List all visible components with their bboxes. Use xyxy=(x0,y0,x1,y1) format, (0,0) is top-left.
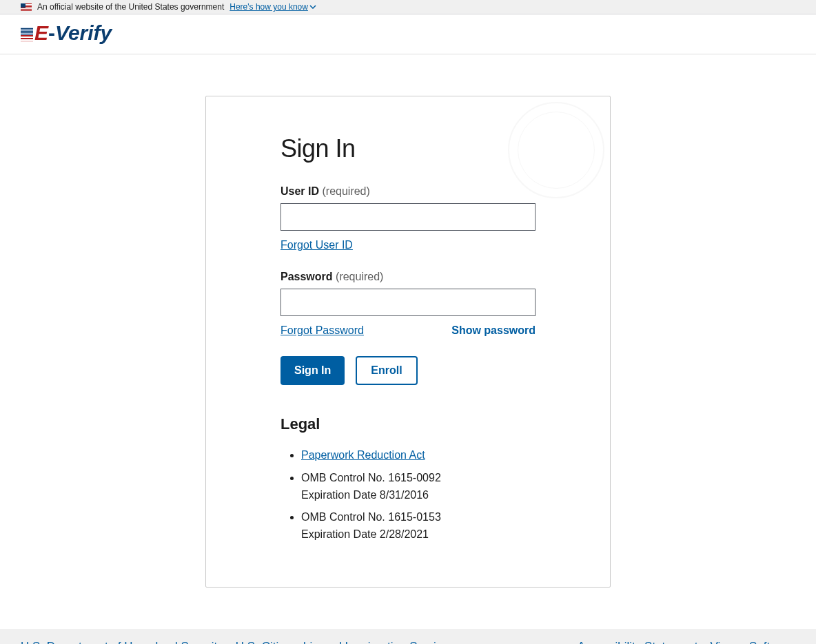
paperwork-reduction-link[interactable]: Paperwork Reduction Act xyxy=(301,449,425,461)
logo-verify: Verify xyxy=(55,23,112,43)
userid-input[interactable] xyxy=(280,203,536,231)
gov-banner-text: An official website of the United States… xyxy=(37,2,224,12)
svg-rect-13 xyxy=(21,33,33,34)
svg-rect-18 xyxy=(21,39,33,41)
list-item: Paperwork Reduction Act xyxy=(301,447,536,464)
accessibility-link[interactable]: Accessibility Statement xyxy=(578,640,698,644)
svg-rect-16 xyxy=(21,37,33,38)
everify-logo[interactable]: E-Verify xyxy=(21,23,112,43)
password-label: Password xyxy=(280,271,333,282)
svg-rect-19 xyxy=(21,41,33,42)
legal-list: Paperwork Reduction Act OMB Control No. … xyxy=(280,447,536,543)
dhs-link[interactable]: U.S. Department of Homeland Security xyxy=(21,640,223,644)
page-title: Sign In xyxy=(280,134,536,163)
logo-flag-icon xyxy=(21,25,33,41)
svg-rect-4 xyxy=(21,8,32,9)
list-item: OMB Control No. 1615-0092 Expiration Dat… xyxy=(301,470,536,504)
svg-rect-11 xyxy=(21,30,33,31)
logo-e: E xyxy=(34,23,48,43)
us-flag-icon xyxy=(21,3,32,11)
button-row: Sign In Enroll xyxy=(280,356,536,385)
svg-rect-6 xyxy=(21,3,26,8)
svg-rect-14 xyxy=(21,34,33,35)
forgot-password-link[interactable]: Forgot Password xyxy=(280,324,364,337)
userid-required: (required) xyxy=(322,185,369,197)
userid-group: User ID (required) Forgot User ID xyxy=(280,185,536,251)
password-input[interactable] xyxy=(280,289,536,316)
omb1-line2: Expiration Date 8/31/2016 xyxy=(301,489,429,501)
svg-rect-17 xyxy=(21,38,33,39)
main-content: Sign In User ID (required) Forgot User I… xyxy=(0,54,816,629)
svg-rect-12 xyxy=(21,32,33,32)
list-item: OMB Control No. 1615-0153 Expiration Dat… xyxy=(301,509,536,543)
gov-banner: An official website of the United States… xyxy=(0,0,816,14)
svg-rect-5 xyxy=(21,10,32,10)
chevron-down-icon xyxy=(309,5,316,9)
footer-left: U.S. Department of Homeland Security U.S… xyxy=(21,640,454,644)
viewer-software-link[interactable]: Viewer Software xyxy=(711,640,795,644)
password-group: Password (required) Forgot Password Show… xyxy=(280,271,536,337)
logo-dash: - xyxy=(48,23,55,43)
gov-banner-link-text: Here's how you know xyxy=(229,2,308,12)
enroll-button[interactable]: Enroll xyxy=(356,356,417,385)
dhs-seal-icon xyxy=(508,102,604,198)
svg-rect-15 xyxy=(21,35,33,37)
header: E-Verify xyxy=(0,14,816,54)
svg-rect-10 xyxy=(21,29,33,30)
omb2-line2: Expiration Date 2/28/2021 xyxy=(301,528,429,540)
omb2-line1: OMB Control No. 1615-0153 xyxy=(301,511,441,523)
userid-label: User ID xyxy=(280,185,319,197)
forgot-userid-link[interactable]: Forgot User ID xyxy=(280,239,353,251)
gov-banner-toggle[interactable]: Here's how you know xyxy=(229,2,316,12)
password-required: (required) xyxy=(336,271,383,282)
uscis-link[interactable]: U.S. Citizenship and Immigration Service… xyxy=(236,640,454,644)
show-password-toggle[interactable]: Show password xyxy=(451,324,536,337)
svg-rect-9 xyxy=(21,28,33,28)
footer-right: Accessibility Statement Viewer Software xyxy=(578,640,795,644)
legal-heading: Legal xyxy=(280,415,536,433)
signin-card: Sign In User ID (required) Forgot User I… xyxy=(205,96,611,588)
omb1-line1: OMB Control No. 1615-0092 xyxy=(301,472,441,484)
signin-button[interactable]: Sign In xyxy=(280,356,345,385)
footer: U.S. Department of Homeland Security U.S… xyxy=(0,629,816,644)
